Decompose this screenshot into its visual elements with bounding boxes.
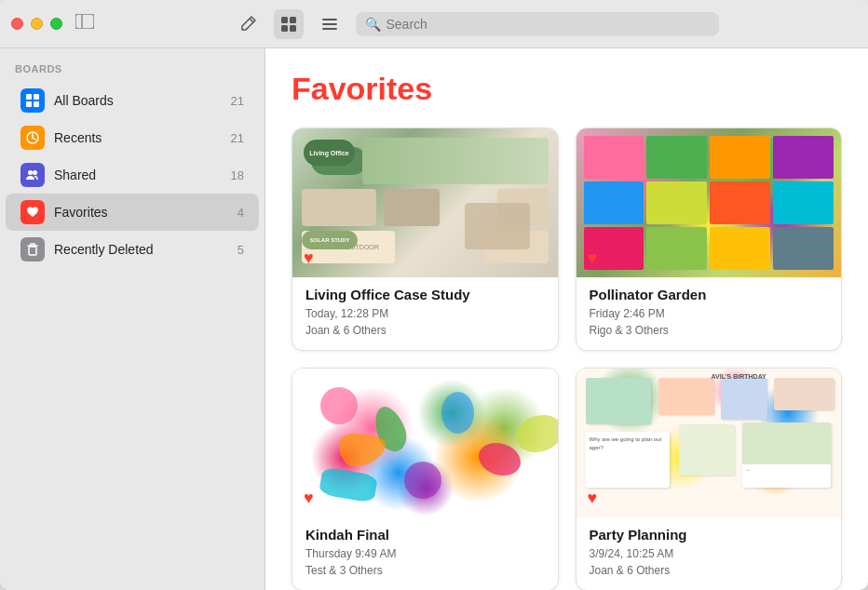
svg-rect-3 [281,17,288,23]
svg-rect-11 [34,94,39,100]
board-thumbnail-pollinator-garden: ♥ [576,128,842,277]
shared-label: Shared [54,168,222,182]
search-input[interactable] [387,17,710,32]
sidebar-item-recently-deleted[interactable]: Recently Deleted 5 [6,231,259,268]
sidebar-toggle-button[interactable] [75,14,94,34]
board-meta-party-planning: 3/9/24, 10:25 AM Joan & 6 Others [590,545,829,579]
toolbar-center: 🔍 [94,9,857,39]
svg-line-2 [250,19,253,22]
recents-label: Recents [54,130,222,145]
board-info-pollinator-garden: Pollinator Garden Friday 2:46 PM Rigo & … [576,277,842,350]
search-icon: 🔍 [365,17,381,32]
svg-point-17 [28,170,33,175]
heart-icon-party-planning: ♥ [588,489,598,508]
svg-line-16 [33,138,35,140]
svg-point-18 [33,170,37,175]
svg-rect-19 [29,247,36,255]
sidebar-item-recents[interactable]: Recents 21 [6,119,259,156]
board-card-pollinator-garden[interactable]: ♥ Pollinator Garden Friday 2:46 PM Rigo … [576,127,843,351]
heart-icon-kindah-final: ♥ [304,489,314,508]
all-boards-label: All Boards [54,93,222,108]
svg-rect-6 [290,25,296,32]
recently-deleted-icon [20,237,45,261]
favorites-label: Favorites [54,205,228,220]
sidebar: Boards All Boards 21 [0,48,265,590]
minimize-button[interactable] [31,18,43,30]
recently-deleted-count: 5 [237,243,244,257]
favorites-icon [20,200,45,224]
svg-rect-10 [26,94,32,100]
board-name-party-planning: Party Planning [590,527,829,543]
sidebar-item-shared[interactable]: Shared 18 [6,156,259,194]
heart-icon-living-office: ♥ [304,248,314,268]
board-name-kindah-final: Kindah Final [305,527,545,543]
titlebar: 🔍 [0,0,868,48]
maximize-button[interactable] [50,18,62,30]
sidebar-item-favorites[interactable]: Favorites 4 [6,194,259,231]
board-info-kindah-final: Kindah Final Thursday 9:49 AM Test & 3 O… [292,517,558,590]
heart-icon-pollinator-garden: ♥ [588,248,598,268]
board-card-party-planning[interactable]: Why are we going to plan our ager? ... A… [576,368,843,590]
recently-deleted-label: Recently Deleted [54,242,228,257]
svg-rect-13 [34,101,39,107]
board-thumbnail-kindah-final: ♥ [292,369,558,517]
all-boards-icon [20,88,45,113]
page-title: Favorites [292,71,842,107]
svg-rect-5 [281,25,288,32]
board-info-party-planning: Party Planning 3/9/24, 10:25 AM Joan & 6… [576,517,842,590]
recents-icon [20,126,45,150]
board-meta-pollinator-garden: Friday 2:46 PM Rigo & 3 Others [590,305,829,339]
board-thumbnail-party-planning: Why are we going to plan our ager? ... A… [576,369,842,517]
board-meta-kindah-final: Thursday 9:49 AM Test & 3 Others [305,545,545,579]
content-area: Favorites Living Office [265,48,868,590]
svg-rect-4 [290,17,296,23]
board-info-living-office: Living Office Case Study Today, 12:28 PM… [292,277,558,350]
close-button[interactable] [11,18,23,30]
main-content: Boards All Boards 21 [0,48,868,590]
favorites-count: 4 [237,206,244,220]
app-window: 🔍 Boards All Boards 21 [0,0,868,590]
search-bar[interactable]: 🔍 [356,12,719,36]
boards-grid: Living Office INDOOR/OUTDOOR [292,127,842,590]
all-boards-count: 21 [231,94,244,108]
board-meta-living-office: Today, 12:28 PM Joan & 6 Others [305,305,545,339]
list-view-icon[interactable] [315,9,345,39]
grid-view-icon[interactable] [274,9,304,39]
traffic-lights [11,18,62,30]
board-card-living-office[interactable]: Living Office INDOOR/OUTDOOR [292,127,559,351]
sidebar-section-label: Boards [0,63,264,82]
svg-rect-0 [75,14,94,29]
shared-icon [20,163,45,187]
board-name-living-office: Living Office Case Study [305,287,545,302]
board-name-pollinator-garden: Pollinator Garden [590,287,829,302]
board-thumbnail-living-office: Living Office INDOOR/OUTDOOR [292,128,558,277]
shared-count: 18 [231,168,244,182]
sidebar-item-all-boards[interactable]: All Boards 21 [6,82,259,119]
svg-rect-12 [26,101,32,107]
recents-count: 21 [231,131,244,145]
board-card-kindah-final[interactable]: ♥ Kindah Final Thursday 9:49 AM Test & 3… [292,368,559,590]
compose-icon[interactable] [233,9,263,39]
